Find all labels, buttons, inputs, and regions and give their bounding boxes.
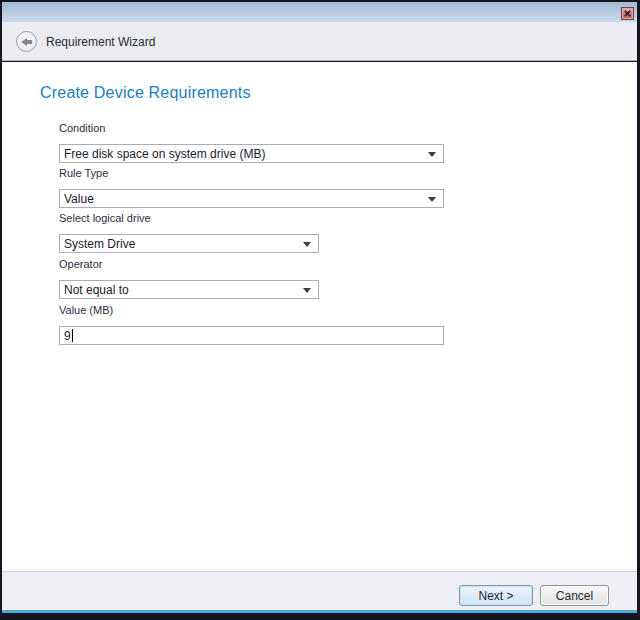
close-button[interactable] bbox=[621, 7, 634, 20]
rule-type-combobox-value: Value bbox=[64, 192, 94, 206]
wizard-footer: Next > Cancel bbox=[2, 571, 637, 611]
value-mb-input[interactable] bbox=[60, 327, 443, 344]
logical-drive-label: Select logical drive bbox=[59, 211, 151, 225]
logical-drive-combobox[interactable]: System Drive bbox=[59, 234, 319, 253]
rule-type-label: Rule Type bbox=[59, 166, 108, 180]
operator-combobox-value: Not equal to bbox=[64, 283, 129, 297]
cancel-button[interactable]: Cancel bbox=[540, 585, 609, 606]
page-title: Create Device Requirements bbox=[40, 84, 251, 102]
condition-combobox[interactable]: Free disk space on system drive (MB) bbox=[59, 144, 444, 163]
wizard-header: Requirement Wizard bbox=[2, 22, 637, 61]
operator-combobox[interactable]: Not equal to bbox=[59, 280, 319, 299]
condition-label: Condition bbox=[59, 121, 105, 135]
chevron-down-icon bbox=[303, 288, 311, 293]
arrow-left-icon bbox=[21, 38, 32, 46]
chevron-down-icon bbox=[303, 242, 311, 247]
text-caret bbox=[72, 329, 73, 342]
value-mb-label: Value (MB) bbox=[59, 303, 113, 317]
wizard-content: Create Device Requirements Condition Fre… bbox=[2, 62, 637, 571]
chevron-down-icon bbox=[428, 152, 436, 157]
chevron-down-icon bbox=[428, 197, 436, 202]
close-icon bbox=[624, 10, 631, 17]
operator-label: Operator bbox=[59, 257, 102, 271]
back-button[interactable] bbox=[16, 31, 37, 52]
rule-type-combobox[interactable]: Value bbox=[59, 189, 444, 208]
condition-combobox-value: Free disk space on system drive (MB) bbox=[64, 147, 265, 161]
logical-drive-combobox-value: System Drive bbox=[64, 237, 135, 251]
window-title: Requirement Wizard bbox=[46, 35, 155, 49]
next-button[interactable]: Next > bbox=[459, 585, 533, 606]
bottom-accent-bar bbox=[2, 610, 637, 613]
value-mb-textbox bbox=[59, 326, 444, 345]
requirement-wizard-window: { "header": { "title": "Requirement Wiza… bbox=[0, 0, 640, 620]
titlebar bbox=[2, 2, 637, 22]
